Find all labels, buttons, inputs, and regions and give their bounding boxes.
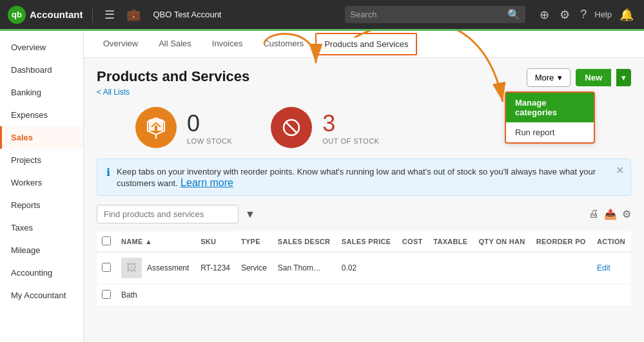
sidebar-item-my-accountant[interactable]: My Accountant <box>0 284 83 307</box>
row-checkbox[interactable] <box>102 263 111 272</box>
settings-icon[interactable]: ⚙ <box>557 6 572 23</box>
layout: Overview Dashboard Banking Expenses Sale… <box>0 31 644 342</box>
chevron-down-icon: ▾ <box>558 73 562 82</box>
navbar-actions: ⊕ ⚙ ? Help 🔔 <box>537 6 636 23</box>
cell-action: Edit <box>592 252 631 285</box>
new-chevron-button[interactable]: ▾ <box>616 69 631 86</box>
col-qty-on-hand: QTY ON HAN <box>474 231 531 252</box>
search-icon: 🔍 <box>507 8 520 21</box>
manage-categories-item[interactable]: Manage categories <box>506 93 594 122</box>
tab-products-and-services[interactable]: Products and Services <box>315 33 417 55</box>
tab-bar: Overview All Sales Invoices Customers Pr… <box>84 31 644 58</box>
search-bar[interactable]: 🔍 <box>345 6 525 23</box>
out-of-stock-count: 3 <box>322 110 379 137</box>
products-table: NAME ▲ SKU TYPE SALES DESCR SALES PRICE … <box>97 231 631 307</box>
page-title: Products and Services <box>97 68 249 85</box>
cell-name: Bath <box>116 284 195 306</box>
out-of-stock-label: OUT OF STOCK <box>322 137 379 145</box>
main-content: Overview All Sales Invoices Customers Pr… <box>84 31 644 342</box>
tab-overview[interactable]: Overview <box>94 32 147 56</box>
help-label[interactable]: Help <box>594 10 612 19</box>
cell-type: Service <box>236 252 273 285</box>
info-circle-icon: ℹ <box>106 166 110 178</box>
edit-link[interactable]: Edit <box>597 263 610 272</box>
col-taxable: TAXABLE <box>428 231 473 252</box>
learn-more-link[interactable]: Learn more <box>181 177 233 188</box>
cell-name: 🖼 Assessment <box>116 252 195 284</box>
export-icon[interactable]: 📤 <box>604 208 617 220</box>
info-text-block: Keep tabs on your inventory with reorder… <box>117 166 621 189</box>
page-content: Products and Services All Lists More ▾ N… <box>84 58 644 342</box>
out-of-stock-card: 3 OUT OF STOCK <box>271 107 379 148</box>
back-link[interactable]: All Lists <box>97 88 249 97</box>
search-input[interactable] <box>350 10 503 19</box>
svg-point-1 <box>154 138 158 138</box>
cell-sales-price: 0.02 <box>337 252 397 285</box>
tab-invoices[interactable]: Invoices <box>203 32 252 56</box>
col-cost: COST <box>397 231 428 252</box>
settings-table-icon[interactable]: ⚙ <box>622 208 631 220</box>
svg-rect-2 <box>155 126 157 131</box>
col-name: NAME ▲ <box>116 231 195 252</box>
sidebar-item-sales[interactable]: Sales <box>0 126 83 149</box>
cell-qty-on-hand <box>474 252 531 285</box>
low-stock-info: 0 LOW STOCK <box>187 110 232 145</box>
sidebar-item-reports[interactable]: Reports <box>0 194 83 216</box>
col-reorder-po: REORDER PO <box>531 231 592 252</box>
menu-icon[interactable]: ☰ <box>102 5 117 24</box>
briefcase-icon[interactable]: 💼 <box>124 5 143 24</box>
help-circle-icon[interactable]: ? <box>578 6 589 23</box>
close-banner-icon[interactable]: ✕ <box>616 164 624 176</box>
col-sku: SKU <box>195 231 236 252</box>
sidebar-item-workers[interactable]: Workers <box>0 171 83 194</box>
low-stock-count: 0 <box>187 110 232 137</box>
navbar: qb Accountant ☰ 💼 QBO Test Account 🔍 ⊕ ⚙… <box>0 0 644 31</box>
sidebar-item-mileage[interactable]: Mileage <box>0 239 83 261</box>
info-banner: ℹ Keep tabs on your inventory with reord… <box>97 158 631 196</box>
nav-divider <box>92 7 93 23</box>
sidebar-item-expenses[interactable]: Expenses <box>0 104 83 126</box>
account-name: QBO Test Account <box>153 10 222 19</box>
out-of-stock-icon <box>271 107 312 148</box>
sidebar: Overview Dashboard Banking Expenses Sale… <box>0 31 84 342</box>
low-stock-card: 0 LOW STOCK <box>135 107 232 148</box>
filter-icon[interactable]: ▼ <box>245 209 255 220</box>
cell-sales-desc: San Thom… <box>273 252 337 285</box>
low-stock-label: LOW STOCK <box>187 137 232 145</box>
tab-customers[interactable]: Customers <box>254 32 313 56</box>
cell-reorder-po <box>531 252 592 285</box>
add-icon[interactable]: ⊕ <box>537 6 552 23</box>
sidebar-item-dashboard[interactable]: Dashboard <box>0 59 83 81</box>
more-button[interactable]: More ▾ <box>527 68 571 87</box>
cell-cost <box>397 252 428 285</box>
sidebar-item-projects[interactable]: Projects <box>0 149 83 171</box>
cell-taxable <box>428 252 473 285</box>
qb-logo-icon: qb <box>8 6 26 24</box>
search-filter-bar: ▼ 🖨 📤 ⚙ <box>97 205 631 223</box>
col-action: ACTION <box>592 231 631 252</box>
print-icon[interactable]: 🖨 <box>589 208 599 220</box>
cell-sku: RT-1234 <box>195 252 236 285</box>
sidebar-item-taxes[interactable]: Taxes <box>0 216 83 239</box>
new-button[interactable]: New <box>576 69 611 86</box>
brand-name: Accountant <box>30 9 83 20</box>
col-sales-desc: SALES DESCR <box>273 231 337 252</box>
navbar-logo: qb Accountant <box>8 6 83 24</box>
notification-icon[interactable]: 🔔 <box>617 6 636 23</box>
row-checkbox[interactable] <box>102 290 111 299</box>
col-sales-price: SALES PRICE <box>337 231 397 252</box>
select-all-checkbox[interactable] <box>102 236 111 245</box>
table-actions: 🖨 📤 ⚙ <box>589 208 631 220</box>
header-actions: More ▾ New ▾ Manage categories Run repor… <box>527 68 631 87</box>
table-row: 🖼 Assessment RT-1234 Service San Thom… 0… <box>97 252 631 285</box>
sidebar-item-overview[interactable]: Overview <box>0 36 83 59</box>
sidebar-item-accounting[interactable]: Accounting <box>0 261 83 284</box>
run-report-item[interactable]: Run report <box>506 122 594 142</box>
sidebar-item-banking[interactable]: Banking <box>0 81 83 104</box>
svg-line-4 <box>286 122 297 133</box>
search-products-input[interactable] <box>97 205 239 223</box>
col-type: TYPE <box>236 231 273 252</box>
tab-all-sales[interactable]: All Sales <box>150 32 200 56</box>
low-stock-icon <box>135 107 177 148</box>
product-thumbnail: 🖼 <box>121 258 142 278</box>
